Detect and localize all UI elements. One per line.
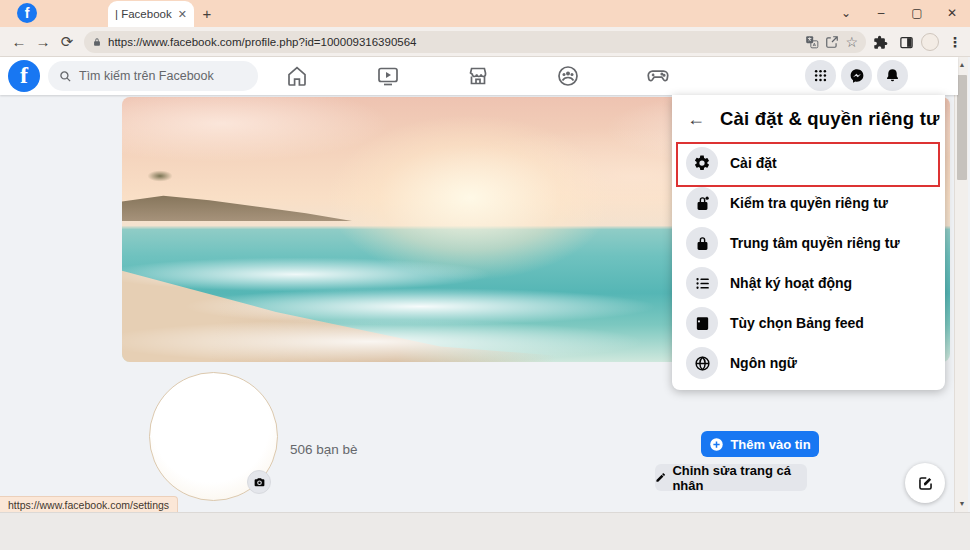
gaming-icon bbox=[645, 63, 671, 89]
groups-icon bbox=[556, 64, 580, 88]
menu-item-label: Ngôn ngữ bbox=[730, 355, 797, 371]
menu-item-activity-log[interactable]: Nhật ký hoạt động bbox=[680, 264, 937, 302]
groups-tab[interactable] bbox=[546, 63, 590, 89]
add-to-story-label: Thêm vào tin bbox=[730, 437, 810, 452]
dropdown-title: Cài đặt & quyền riêng tư bbox=[720, 108, 940, 130]
menu-item-privacy-center[interactable]: Trung tâm quyền riêng tư bbox=[680, 224, 937, 262]
friends-count[interactable]: 506 bạn bè bbox=[290, 442, 358, 457]
extensions-icon[interactable] bbox=[869, 31, 891, 53]
forward-button[interactable]: → bbox=[32, 31, 54, 53]
settings-dropdown: ← Cài đặt & quyền riêng tư Cài đặt Kiểm … bbox=[672, 95, 945, 390]
menu-item-label: Trung tâm quyền riêng tư bbox=[730, 235, 900, 251]
lock-icon bbox=[686, 227, 718, 259]
search-icon bbox=[59, 70, 72, 83]
home-tab[interactable] bbox=[275, 63, 319, 89]
edit-profile-button[interactable]: Chỉnh sửa trang cá nhân bbox=[655, 464, 807, 491]
menu-item-label: Cài đặt bbox=[730, 155, 777, 171]
cover-palm-trees bbox=[140, 167, 180, 197]
back-button[interactable]: ← bbox=[8, 31, 30, 53]
messenger-button[interactable] bbox=[841, 60, 872, 91]
update-profile-picture-button[interactable] bbox=[247, 470, 271, 494]
facebook-logo[interactable]: f bbox=[8, 60, 40, 92]
bell-icon bbox=[884, 67, 901, 84]
menu-item-settings[interactable]: Cài đặt bbox=[680, 144, 937, 182]
share-icon[interactable] bbox=[825, 35, 839, 49]
pencil-icon bbox=[655, 471, 666, 484]
marketplace-icon bbox=[466, 64, 490, 88]
bookmark-star-icon[interactable]: ☆ bbox=[845, 34, 858, 50]
window-minimize-button[interactable]: – bbox=[871, 4, 891, 22]
camera-icon bbox=[253, 476, 266, 489]
facebook-search-input[interactable]: Tìm kiếm trên Facebook bbox=[48, 61, 258, 91]
status-link-text: https://www.facebook.com/settings bbox=[8, 499, 169, 511]
notifications-button[interactable] bbox=[877, 60, 908, 91]
dropdown-header: ← Cài đặt & quyền riêng tư bbox=[682, 105, 940, 133]
window-restore-button[interactable]: ▢ bbox=[907, 4, 927, 22]
gear-icon bbox=[686, 147, 718, 179]
watch-tab[interactable] bbox=[366, 63, 410, 89]
lock-icon bbox=[92, 37, 102, 48]
activity-list-icon bbox=[686, 267, 718, 299]
menu-item-language[interactable]: Ngôn ngữ bbox=[680, 344, 937, 382]
edit-square-icon bbox=[916, 474, 935, 493]
menu-item-label: Tùy chọn Bảng feed bbox=[730, 315, 864, 331]
tab-search-icon[interactable]: ⌄ bbox=[836, 4, 856, 22]
cover-wave-foam bbox=[122, 216, 743, 362]
address-bar[interactable]: https://www.facebook.com/profile.php?id=… bbox=[84, 31, 866, 53]
status-link-bubble: https://www.facebook.com/settings bbox=[0, 496, 178, 512]
gaming-tab[interactable] bbox=[636, 63, 680, 89]
search-placeholder: Tìm kiếm trên Facebook bbox=[79, 69, 214, 83]
plus-circle-icon bbox=[709, 437, 724, 452]
edit-profile-label: Chỉnh sửa trang cá nhân bbox=[672, 463, 807, 493]
lock-badge-icon bbox=[686, 187, 718, 219]
windows-taskbar bbox=[0, 512, 970, 550]
menu-item-label: Kiểm tra quyền riêng tư bbox=[730, 195, 888, 211]
browser-tab[interactable]: | Facebook ✕ bbox=[108, 1, 194, 27]
browser-menu-icon[interactable]: ⋮ bbox=[944, 31, 966, 53]
back-arrow-button[interactable]: ← bbox=[682, 105, 710, 133]
feed-icon bbox=[686, 307, 718, 339]
menu-item-label: Nhật ký hoạt động bbox=[730, 275, 852, 291]
apps-menu-button[interactable] bbox=[805, 60, 836, 91]
tab-close-icon[interactable]: ✕ bbox=[178, 8, 187, 21]
menu-item-feed-preferences[interactable]: Tùy chọn Bảng feed bbox=[680, 304, 937, 342]
marketplace-tab[interactable] bbox=[456, 63, 500, 89]
apps-grid-icon bbox=[813, 68, 828, 83]
profile-avatar-icon[interactable] bbox=[919, 31, 941, 53]
side-panel-icon[interactable] bbox=[895, 31, 917, 53]
scrollbar-thumb[interactable] bbox=[957, 75, 967, 180]
messenger-icon bbox=[848, 67, 866, 85]
home-icon bbox=[285, 64, 309, 88]
menu-item-privacy-checkup[interactable]: Kiểm tra quyền riêng tư bbox=[680, 184, 937, 222]
url-text: https://www.facebook.com/profile.php?id=… bbox=[108, 36, 799, 48]
reload-button[interactable]: ⟳ bbox=[56, 31, 78, 53]
facebook-favicon[interactable]: f bbox=[17, 3, 37, 23]
new-tab-button[interactable]: + bbox=[198, 5, 216, 23]
scroll-down-icon[interactable]: ▼ bbox=[955, 497, 969, 511]
globe-icon bbox=[686, 347, 718, 379]
page-scrollbar[interactable]: ▲ ▼ bbox=[954, 57, 968, 512]
compose-fab-button[interactable] bbox=[905, 463, 945, 503]
translate-icon[interactable] bbox=[805, 35, 819, 49]
watch-icon bbox=[376, 64, 400, 88]
tab-title: | Facebook bbox=[115, 8, 173, 20]
add-to-story-button[interactable]: Thêm vào tin bbox=[701, 431, 819, 457]
window-close-button[interactable]: ✕ bbox=[942, 4, 962, 22]
